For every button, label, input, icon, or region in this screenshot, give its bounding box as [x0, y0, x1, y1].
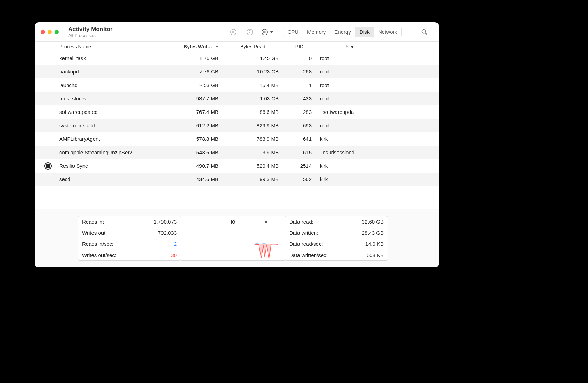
ellipsis-circle-icon: [261, 28, 268, 36]
stop-process-button[interactable]: [228, 27, 239, 38]
table-row[interactable]: mds_stores987.7 MB1.03 GB433root: [35, 92, 439, 105]
cell-pid: 0: [283, 55, 316, 61]
tab-cpu[interactable]: CPU: [283, 27, 303, 37]
svg-point-8: [265, 32, 265, 32]
table-header: Process Name Bytes Writ… Bytes Read PID …: [35, 42, 439, 51]
table-row[interactable]: system_installd612.2 MB829.9 MB693root: [35, 119, 439, 132]
cell-bytes-written: 434.6 MB: [162, 176, 223, 182]
svg-line-11: [425, 33, 427, 35]
traffic-lights: [41, 30, 59, 34]
cell-pid: 433: [283, 96, 316, 101]
select-arrows-icon: [265, 220, 267, 224]
stat-data-read-per-sec: Data read/sec: 14.0 KB: [285, 238, 388, 249]
sort-descending-icon: [216, 46, 218, 47]
cell-process-name: secd: [55, 176, 162, 182]
cell-process-name: com.apple.StreamingUnzipServi…: [55, 149, 162, 155]
maximize-button[interactable]: [55, 30, 59, 34]
cell-user: kirk: [316, 136, 381, 142]
stats-left-box: Reads in: 1,790,073 Writes out: 702,033 …: [78, 216, 181, 261]
tab-energy[interactable]: Energy: [330, 27, 355, 37]
cell-pid: 562: [283, 176, 316, 182]
cell-process-name: AMPLibraryAgent: [55, 136, 162, 142]
activity-monitor-window: Activity Monitor All Processes CPU Memor…: [35, 22, 439, 267]
stat-value: 608 KB: [367, 252, 384, 258]
cell-bytes-read: 1.03 GB: [223, 96, 283, 101]
cell-user: _softwareupda: [316, 109, 381, 115]
table-row[interactable]: softwareupdated767.4 MB86.6 MB283_softwa…: [35, 105, 439, 119]
close-button[interactable]: [41, 30, 45, 34]
column-bytes-written[interactable]: Bytes Writ…: [162, 44, 223, 49]
stat-reads-per-sec: Reads in/sec: 2: [78, 238, 181, 249]
column-user[interactable]: User: [316, 44, 381, 49]
cell-process-name: softwareupdated: [55, 109, 162, 115]
table-row[interactable]: com.apple.StreamingUnzipServi…543.6 MB3.…: [35, 146, 439, 159]
stat-reads-in: Reads in: 1,790,073: [78, 216, 181, 227]
search-button[interactable]: [419, 27, 430, 38]
column-pid[interactable]: PID: [283, 44, 316, 49]
stat-label: Data written/sec:: [289, 252, 328, 258]
svg-point-9: [266, 32, 266, 32]
table-row[interactable]: backupd7.76 GB10.23 GB268root: [35, 65, 439, 78]
cell-bytes-written: 11.76 GB: [162, 55, 223, 61]
table-row[interactable]: kernel_task11.76 GB1.45 GB0root: [35, 51, 439, 65]
table-row[interactable]: secd434.6 MB99.3 MB562kirk: [35, 173, 439, 186]
stat-label: Data read/sec:: [289, 241, 323, 247]
cell-process-name: launchd: [55, 82, 162, 88]
cell-process-name: kernel_task: [55, 55, 162, 61]
cell-process-name: mds_stores: [55, 96, 162, 101]
options-button[interactable]: [261, 28, 273, 36]
tab-disk[interactable]: Disk: [355, 27, 374, 37]
cell-process-name: system_installd: [55, 122, 162, 128]
stat-value: 28.43 GB: [362, 230, 384, 236]
cell-bytes-written: 612.2 MB: [162, 122, 223, 128]
cell-pid: 641: [283, 136, 316, 142]
stop-icon: [229, 28, 237, 36]
stat-writes-out: Writes out: 702,033: [78, 227, 181, 238]
table-row[interactable]: launchd2.53 GB115.4 MB1root: [35, 78, 439, 92]
stats-right-box: Data read: 32.60 GB Data written: 28.43 …: [285, 216, 388, 261]
cell-bytes-read: 115.4 MB: [223, 82, 283, 88]
cell-bytes-written: 7.76 GB: [162, 69, 223, 75]
cell-bytes-read: 86.6 MB: [223, 109, 283, 115]
svg-point-7: [263, 32, 264, 32]
cell-bytes-read: 829.9 MB: [223, 122, 283, 128]
cell-process-name: backupd: [55, 69, 162, 75]
search-icon: [421, 28, 428, 36]
svg-point-4: [250, 30, 250, 31]
stat-label: Writes out/sec:: [82, 252, 116, 258]
tab-group: CPU Memory Energy Disk Network: [283, 27, 402, 37]
io-selector[interactable]: IO: [188, 218, 278, 226]
stat-label: Reads in:: [82, 219, 104, 225]
info-icon: [246, 28, 254, 36]
cell-user: root: [316, 55, 381, 61]
svg-point-10: [422, 29, 426, 33]
stat-value: 30: [171, 252, 177, 258]
minimize-button[interactable]: [48, 30, 52, 34]
cell-user: root: [316, 69, 381, 75]
cell-pid: 268: [283, 69, 316, 75]
cell-pid: 693: [283, 122, 316, 128]
cell-bytes-read: 3.9 MB: [223, 149, 283, 155]
tab-network[interactable]: Network: [374, 27, 401, 37]
cell-bytes-written: 767.4 MB: [162, 109, 223, 115]
window-title: Activity Monitor: [68, 26, 112, 33]
info-button[interactable]: [244, 27, 255, 38]
cell-bytes-written: 543.6 MB: [162, 149, 223, 155]
table-row[interactable]: AMPLibraryAgent578.8 MB783.9 MB641kirk: [35, 132, 439, 146]
cell-pid: 1: [283, 82, 316, 88]
title-block: Activity Monitor All Processes: [68, 26, 112, 38]
column-process-name[interactable]: Process Name: [55, 44, 162, 49]
table-row[interactable]: Resilio Sync490.7 MB520.4 MB2514kirk: [35, 159, 439, 173]
column-bytes-read[interactable]: Bytes Read: [223, 44, 283, 49]
stat-label: Reads in/sec:: [82, 241, 114, 247]
app-icon: [44, 162, 52, 170]
stat-value: 2: [174, 241, 177, 247]
cell-process-name: Resilio Sync: [55, 163, 162, 169]
cell-bytes-written: 987.7 MB: [162, 96, 223, 101]
cell-pid: 615: [283, 149, 316, 155]
tab-memory[interactable]: Memory: [303, 27, 330, 37]
footer-stats: Reads in: 1,790,073 Writes out: 702,033 …: [35, 209, 439, 267]
stat-writes-per-sec: Writes out/sec: 30: [78, 249, 181, 261]
stat-value: 14.0 KB: [365, 241, 384, 247]
stat-data-written: Data written: 28.43 GB: [285, 227, 388, 238]
